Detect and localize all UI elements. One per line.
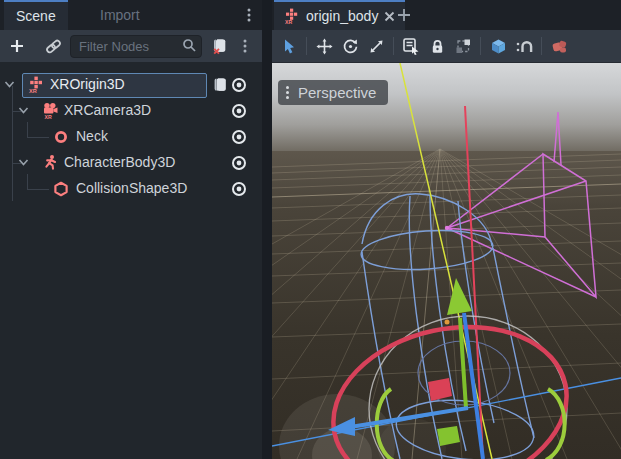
tree-menu-button[interactable] — [232, 33, 258, 59]
selectable-list-icon — [402, 37, 420, 55]
scene-tabbar: XR origin_body — [272, 0, 621, 30]
search-icon — [182, 38, 197, 53]
svg-text:XR: XR — [285, 19, 292, 25]
tab-scene-label: Scene — [16, 8, 56, 24]
tab-scene[interactable]: Scene — [4, 0, 68, 30]
node-name: CharacterBody3D — [64, 154, 175, 170]
snap-magnet-icon — [515, 38, 533, 55]
tab-import[interactable]: Import — [88, 0, 152, 30]
node-name: Neck — [76, 128, 108, 144]
plus-icon — [9, 38, 25, 54]
scene-tab-label: origin_body — [306, 8, 378, 24]
node-name: CollisionShape3D — [76, 180, 187, 196]
select-mode-button[interactable] — [276, 33, 302, 59]
visibility-eye-icon[interactable] — [231, 103, 247, 119]
select-arrow-icon — [281, 38, 298, 55]
group-icon — [455, 38, 472, 55]
visibility-eye-icon[interactable] — [231, 129, 247, 145]
collision-shape-icon — [53, 181, 69, 197]
scale-mode-button[interactable] — [363, 33, 389, 59]
script-icon[interactable] — [212, 77, 228, 93]
node-name: XRCamera3D — [64, 102, 151, 118]
scale-icon — [368, 38, 385, 55]
sky — [272, 63, 621, 151]
xr-origin-icon: XR — [28, 76, 45, 93]
perspective-dots-icon — [286, 86, 289, 101]
lock-icon — [429, 38, 446, 55]
move-mode-button[interactable] — [311, 33, 337, 59]
selectable-list-button[interactable] — [398, 33, 424, 59]
scene-dock-toolbar — [0, 30, 262, 62]
scene-dock: Scene Import — [0, 0, 262, 459]
main-editor-panel: XR origin_body — [272, 0, 621, 459]
perspective-menu-button[interactable]: Perspective — [278, 80, 388, 105]
filter-nodes-field — [70, 35, 202, 58]
dock-splitter[interactable] — [262, 0, 272, 459]
scene-dock-tabbar: Scene Import — [0, 0, 262, 30]
scene-tab-origin-body[interactable]: XR origin_body — [274, 0, 405, 30]
xr-camera-icon: XR — [42, 102, 60, 120]
origin-point-marker — [445, 320, 450, 325]
xr-origin-icon: XR — [284, 8, 300, 25]
spatial-toolbar — [272, 30, 621, 62]
move-icon — [316, 38, 333, 55]
visibility-eye-icon[interactable] — [231, 77, 247, 93]
scene-tree[interactable]: XR XROrigin3D — [0, 62, 262, 459]
tree-row-neck[interactable]: Neck — [0, 124, 262, 150]
rotate-icon — [342, 38, 359, 55]
godot-editor-window: Scene Import — [0, 0, 621, 459]
instantiate-scene-button[interactable] — [40, 33, 66, 59]
visibility-eye-icon[interactable] — [231, 155, 247, 171]
add-node-button[interactable] — [4, 33, 30, 59]
viewport-render — [272, 63, 621, 459]
link-icon — [45, 38, 62, 55]
more-options-icon — [240, 38, 250, 54]
chevron-down-icon[interactable] — [18, 106, 29, 115]
visibility-eye-icon[interactable] — [231, 181, 247, 197]
node3d-ring-icon — [53, 129, 69, 145]
character-body-icon — [42, 154, 59, 171]
tree-row-characterbody3d[interactable]: CharacterBody3D — [0, 150, 262, 176]
local-space-button[interactable] — [485, 33, 511, 59]
attach-script-icon — [211, 38, 228, 55]
node-name: XROrigin3D — [50, 76, 125, 92]
local-space-cube-icon — [490, 38, 507, 55]
close-icon[interactable] — [384, 11, 395, 22]
chevron-down-icon[interactable] — [18, 158, 29, 167]
red-partial-tool-icon — [550, 38, 568, 55]
snap-button[interactable] — [511, 33, 537, 59]
perspective-label: Perspective — [298, 84, 376, 101]
preview-tool-button[interactable] — [546, 33, 572, 59]
dock-menu-icon[interactable] — [244, 7, 254, 23]
attach-script-button[interactable] — [206, 33, 232, 59]
new-tab-plus-icon[interactable] — [397, 8, 411, 22]
tree-row-collisionshape3d[interactable]: CollisionShape3D — [0, 176, 262, 202]
tree-row-xrorigin3d[interactable]: XR XROrigin3D — [0, 72, 262, 98]
tree-row-xrcamera3d[interactable]: XR XRCamera3D — [0, 98, 262, 124]
tab-import-label: Import — [100, 7, 140, 23]
svg-text:XR: XR — [45, 114, 52, 120]
3d-viewport[interactable]: Perspective — [272, 62, 621, 459]
rotate-mode-button[interactable] — [337, 33, 363, 59]
group-node-button[interactable] — [450, 33, 476, 59]
svg-text:XR: XR — [29, 88, 37, 94]
chevron-down-icon[interactable] — [4, 80, 15, 89]
lock-node-button[interactable] — [424, 33, 450, 59]
